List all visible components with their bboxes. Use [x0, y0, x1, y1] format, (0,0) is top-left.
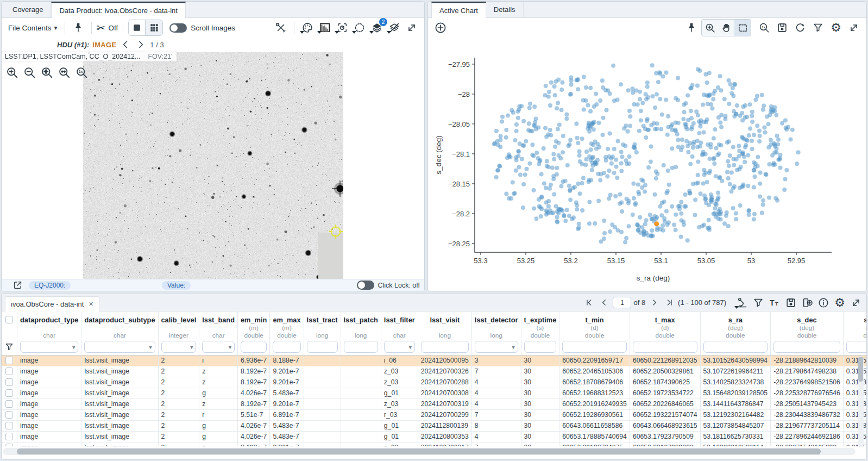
cell[interactable]: g	[199, 420, 238, 431]
select-region-button[interactable]	[351, 20, 368, 36]
chart-expand-button[interactable]	[846, 20, 862, 36]
cell[interactable]: 2024120800353	[418, 431, 471, 442]
tab-coverage[interactable]: Coverage	[5, 2, 51, 17]
cell[interactable]: 2024120700317	[418, 442, 471, 446]
cell[interactable]: 8.192e-7	[238, 366, 270, 377]
column-header-s_fov[interactable]: s_fov	[843, 312, 866, 324]
hscroll-thumb[interactable]	[17, 448, 821, 454]
cell[interactable]: z	[199, 398, 238, 409]
cell[interactable]: 7	[471, 366, 521, 377]
column-header-em_min[interactable]: em_min	[238, 312, 270, 324]
cell[interactable]: g	[199, 431, 238, 442]
cell[interactable]: lsst.visit_image	[81, 388, 158, 398]
cell[interactable]: 2	[158, 355, 199, 366]
column-header-lsst_tract[interactable]: lsst_tract	[304, 312, 341, 324]
table-text-view-button[interactable]	[766, 295, 783, 311]
table-filter-button[interactable]	[750, 295, 766, 311]
cell[interactable]: image	[17, 431, 81, 442]
cell[interactable]: image	[17, 442, 81, 446]
row-select-cell[interactable]	[2, 431, 17, 442]
add-chart-button[interactable]	[432, 20, 449, 36]
table-tab[interactable]: ivoa.ObsCore - data-int ×	[5, 296, 99, 312]
prev-page-button[interactable]	[597, 295, 611, 311]
cell[interactable]: image	[17, 366, 81, 377]
cell[interactable]: z	[199, 377, 238, 388]
cell[interactable]: g_01	[381, 420, 418, 431]
cell[interactable]: 53.12192302164482	[700, 409, 771, 420]
cell[interactable]: 8.192e-7	[238, 442, 270, 446]
cell[interactable]: 60652.20226846065	[630, 398, 700, 409]
column-header-lsst_band[interactable]: lsst_band	[199, 312, 238, 324]
column-header-dataproduct_type[interactable]: dataproduct_type	[17, 312, 81, 324]
cell[interactable]: 5.483e-7	[270, 420, 304, 431]
filter-input-t_min[interactable]	[562, 341, 627, 353]
table-add-column-button[interactable]	[799, 295, 815, 311]
cell[interactable]: 4	[471, 388, 521, 398]
cell[interactable]: 60650.20137929393	[630, 442, 700, 446]
cell[interactable]: lsst.visit_image	[81, 366, 158, 377]
cell[interactable]: r	[199, 409, 238, 420]
cell[interactable]: 2	[158, 398, 199, 409]
coord-system-label[interactable]: EQ-J2000:	[29, 281, 71, 290]
cell[interactable]: -28.227896244692186	[771, 431, 844, 442]
cell[interactable]: 60652.20465105306	[559, 366, 630, 377]
table-row[interactable]: imagelsst.visit_image2g4.026e-75.483e-7g…	[2, 431, 866, 442]
click-lock-toggle[interactable]	[357, 281, 374, 290]
filter-input-s_ra[interactable]	[703, 341, 768, 353]
cell[interactable]	[341, 420, 381, 431]
zoom-fill-button[interactable]	[56, 64, 72, 80]
cell[interactable]: image	[17, 409, 81, 420]
chart-pan-button[interactable]	[718, 20, 734, 36]
cell[interactable]: z	[199, 442, 238, 446]
chart-save-button[interactable]	[774, 20, 790, 36]
cell[interactable]: 7	[471, 409, 521, 420]
column-header-s_dec[interactable]: s_dec	[771, 312, 844, 324]
vertical-scrollbar[interactable]	[858, 356, 864, 447]
cell[interactable]: 8	[471, 420, 521, 431]
cell[interactable]: -28.21798647498238	[771, 366, 844, 377]
cell[interactable]: 30	[521, 431, 559, 442]
cell[interactable]: 4.026e-7	[238, 388, 270, 398]
cell[interactable]: 4	[471, 431, 521, 442]
filter-select-lsst_filter[interactable]	[384, 341, 415, 353]
cell[interactable]: g_01	[381, 431, 418, 442]
tools-button[interactable]	[273, 20, 289, 36]
horizontal-scrollbar[interactable]	[3, 448, 856, 455]
table-settings-button[interactable]: ⚙	[832, 295, 848, 311]
row-checkbox[interactable]	[5, 389, 13, 397]
cell[interactable]: z_03	[381, 398, 418, 409]
cell[interactable]: -28.23271542165693	[771, 442, 844, 446]
cell[interactable]: 53.12073854845207	[700, 420, 771, 431]
cell[interactable]: 60643.06611658586	[559, 420, 630, 431]
cell[interactable]	[341, 366, 381, 377]
table-info-button[interactable]	[815, 295, 832, 311]
filter-input-t_max[interactable]	[633, 341, 697, 353]
cell[interactable]: -28.230443839486732	[771, 409, 844, 420]
column-header-calib_level[interactable]: calib_level	[158, 312, 199, 324]
chart-settings-button[interactable]: ⚙	[828, 20, 844, 36]
cell[interactable]: 2024120700308	[418, 388, 471, 398]
cell[interactable]	[341, 398, 381, 409]
cell[interactable]: 4	[471, 398, 521, 409]
filter-input-lsst_patch[interactable]	[344, 341, 378, 353]
filter-input-lsst_visit[interactable]	[421, 341, 469, 353]
cell[interactable]: 30	[521, 377, 559, 388]
cell[interactable]: i_06	[381, 355, 418, 366]
cell[interactable]: 53.10722619964211	[700, 366, 771, 377]
cell[interactable]: 4	[471, 377, 521, 388]
color-palette-button[interactable]	[299, 20, 316, 36]
cell[interactable]: 60652.1874390625	[630, 377, 700, 388]
cell[interactable]: 53.18116625730331	[700, 431, 771, 442]
chart-zoom-button[interactable]	[702, 20, 718, 36]
table-inspect-button[interactable]	[734, 295, 750, 311]
table-row[interactable]: imagelsst.visit_image2z8.192e-79.201e-7z…	[2, 366, 866, 377]
cell[interactable]: 60643.066468923615	[630, 420, 700, 431]
table-save-button[interactable]	[783, 295, 799, 311]
cell[interactable]	[304, 377, 341, 388]
cell[interactable]	[304, 355, 341, 366]
cell[interactable]: lsst.visit_image	[81, 442, 158, 446]
cell[interactable]: 6.891e-7	[270, 409, 304, 420]
filter-input-lsst_tract[interactable]	[307, 341, 338, 353]
filter-input-em_max[interactable]	[273, 341, 300, 353]
cell[interactable]: 60650.22091659717	[559, 355, 630, 366]
